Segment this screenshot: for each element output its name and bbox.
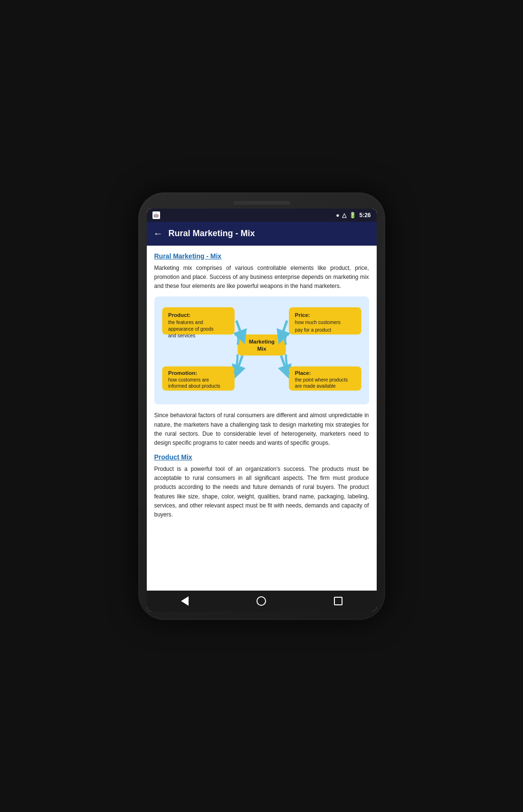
svg-text:Place:: Place:: [295, 370, 311, 376]
section1-link[interactable]: Rural Marketing - Mix: [154, 252, 369, 260]
svg-text:Product:: Product:: [168, 312, 190, 318]
bottom-nav: [147, 591, 377, 611]
product-mix-link[interactable]: Product Mix: [154, 453, 369, 461]
svg-text:the features and: the features and: [168, 320, 203, 325]
svg-text:Marketing: Marketing: [249, 339, 275, 344]
svg-rect-9: [238, 334, 286, 355]
phone-screen: 🤖 ● △ 🔋 5:26 ← Rural Marketing - Mix Rur…: [147, 209, 377, 611]
app-bar: ← Rural Marketing - Mix: [147, 222, 377, 246]
svg-text:Price:: Price:: [295, 312, 310, 318]
marketing-mix-diagram: Product: the features and appearance of …: [154, 296, 369, 404]
svg-text:Mix: Mix: [257, 346, 266, 352]
back-button[interactable]: ←: [153, 228, 163, 239]
svg-text:Promotion:: Promotion:: [168, 370, 197, 376]
content-area: Rural Marketing - Mix Marketing mix comp…: [147, 246, 377, 591]
status-right: ● △ 🔋 5:26: [336, 212, 371, 219]
status-bar: 🤖 ● △ 🔋 5:26: [147, 209, 377, 222]
nav-back-button[interactable]: [176, 595, 193, 607]
diagram-svg: Product: the features and appearance of …: [159, 301, 364, 398]
phone-device: 🤖 ● △ 🔋 5:26 ← Rural Marketing - Mix Rur…: [138, 192, 385, 620]
nav-home-button[interactable]: [253, 595, 270, 607]
section1-body: Marketing mix comprises of various contr…: [154, 264, 369, 291]
app-bar-title: Rural Marketing - Mix: [169, 229, 255, 239]
svg-text:pay for a product: pay for a product: [295, 327, 331, 333]
status-left: 🤖: [152, 211, 160, 219]
phone-speaker: [233, 201, 290, 205]
recent-square-icon: [334, 597, 342, 605]
svg-text:are made available: are made available: [295, 383, 335, 389]
location-icon: ●: [336, 212, 339, 219]
battery-icon: 🔋: [349, 212, 356, 219]
svg-text:how customers are: how customers are: [168, 377, 209, 382]
section2-intro-body: Since behavioral factors of rural consum…: [154, 411, 369, 448]
time-display: 5:26: [359, 212, 371, 219]
product-mix-body: Product is a powerful tool of an organiz…: [154, 465, 369, 519]
nav-recent-button[interactable]: [330, 595, 347, 607]
signal-icon: △: [342, 212, 346, 219]
back-triangle-icon: [181, 596, 189, 606]
svg-text:and services: and services: [168, 333, 195, 338]
svg-text:the point where products: the point where products: [295, 377, 347, 382]
svg-text:informed about products: informed about products: [168, 383, 220, 389]
home-circle-icon: [257, 596, 266, 606]
svg-text:appearance of goods: appearance of goods: [168, 326, 213, 332]
svg-text:how much customers: how much customers: [295, 320, 340, 325]
android-icon: 🤖: [152, 211, 160, 219]
